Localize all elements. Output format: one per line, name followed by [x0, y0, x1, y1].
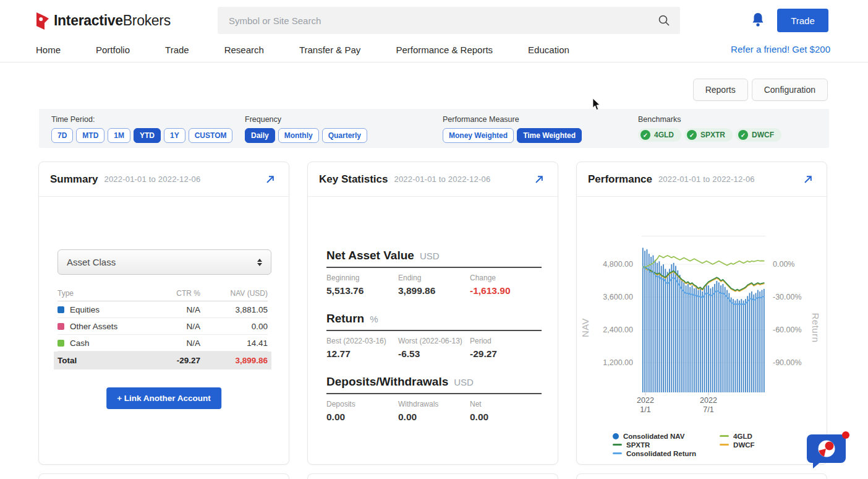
row-ctr: N/A: [142, 305, 200, 314]
expand-icon[interactable]: [534, 175, 544, 184]
reports-button[interactable]: Reports: [693, 79, 748, 101]
expand-icon[interactable]: [803, 175, 813, 184]
stat-section-return: Return%Best (2022-03-16)12.77Worst (2022…: [326, 312, 542, 360]
stat-beginning: Beginning5,513.76: [326, 274, 398, 296]
benchmarks-label: Benchmarks: [638, 115, 781, 124]
legend-label: DWCF: [733, 441, 755, 449]
performance-dashboard-page: InteractiveBrokers Trade HomePortfolioTr…: [0, 0, 868, 479]
filter-button-ytd[interactable]: YTD: [134, 128, 161, 143]
nav-item-transfer-pay[interactable]: Transfer & Pay: [299, 45, 360, 55]
x-tick-day: 1/1: [627, 405, 664, 415]
next-card-stub: [307, 473, 558, 479]
row-nav: 3,881.05: [200, 305, 268, 314]
filter-button-7d[interactable]: 7D: [51, 128, 73, 143]
summary-card: Summary 2022-01-01 to 2022-12-06 Asset C…: [38, 162, 289, 465]
stat-heading-text: Deposits/Withdrawals: [326, 375, 448, 389]
frequency-group: Frequency DailyMonthlyQuarterly: [245, 115, 367, 143]
trade-button[interactable]: Trade: [777, 9, 828, 32]
asset-color-swatch: [57, 323, 64, 330]
chart-legend: Consolidated NAVSPXTRConsolidated Return…: [613, 432, 755, 457]
refer-friend-link[interactable]: Refer a friend! Get $200: [731, 44, 830, 54]
stat-unit: USD: [454, 377, 474, 387]
check-icon: ✓: [687, 130, 697, 140]
configuration-button[interactable]: Configuration: [752, 79, 828, 101]
key-statistics-card: Key Statistics 2022-01-01 to 2022-12-06 …: [307, 162, 558, 465]
nav-item-trade[interactable]: Trade: [165, 45, 189, 55]
heading-rule: [326, 330, 542, 331]
legend-marker-line: [613, 452, 622, 454]
performance-title: Performance: [588, 173, 652, 186]
nav-item-education[interactable]: Education: [528, 45, 569, 55]
stat-values-row: Beginning5,513.76Ending3,899.86Change-1,…: [326, 274, 542, 296]
stat-period: Period-29.27: [470, 337, 542, 360]
asset-class-select[interactable]: Asset Class: [57, 249, 271, 275]
x-axis-tick: 20227/1: [690, 396, 727, 415]
performance-chart: 4,800.003,600.002,400.001,200.000.00%-30…: [577, 197, 827, 464]
check-icon: ✓: [640, 130, 650, 140]
stat-value: 3,899.86: [398, 285, 470, 296]
filter-button-1m[interactable]: 1M: [108, 128, 130, 143]
asset-type-label: Other Assets: [70, 322, 117, 331]
stat-value: 12.77: [326, 348, 398, 360]
nav-item-research[interactable]: Research: [224, 45, 264, 55]
performance-measure-label: Performance Measure: [443, 115, 582, 124]
benchmark-pill-spxtr[interactable]: ✓SPXTR: [684, 128, 733, 142]
time-period-group: Time Period: 7DMTD1MYTD1YCUSTOM: [51, 115, 232, 143]
stat-label: Ending: [398, 274, 470, 282]
expand-icon[interactable]: [265, 175, 275, 184]
nav-item-home[interactable]: Home: [36, 45, 61, 55]
filter-button-time-weighted[interactable]: Time Weighted: [517, 128, 582, 143]
legend-item-dwcf: DWCF: [720, 441, 755, 449]
asset-type-label: Equities: [70, 305, 100, 314]
stat-section-heading: Deposits/WithdrawalsUSD: [326, 375, 542, 389]
search-icon[interactable]: [658, 14, 670, 27]
benchmark-label: SPXTR: [700, 131, 725, 139]
filter-button-quarterly[interactable]: Quarterly: [322, 128, 367, 143]
stat-section-heading: Return%: [326, 312, 542, 326]
legend-marker-line: [720, 444, 729, 446]
filter-button-monthly[interactable]: Monthly: [278, 128, 319, 143]
chat-widget-button[interactable]: [806, 429, 850, 469]
nav-item-performance-reports[interactable]: Performance & Reports: [396, 45, 493, 55]
filter-button-custom[interactable]: CUSTOM: [189, 128, 233, 143]
stat-label: Change: [470, 274, 542, 282]
filter-button-1y[interactable]: 1Y: [164, 128, 185, 143]
filter-button-mtd[interactable]: MTD: [76, 128, 104, 143]
search-input[interactable]: [218, 7, 680, 34]
filter-button-daily[interactable]: Daily: [245, 128, 275, 143]
table-header-row: Type CTR % NAV (USD): [57, 286, 268, 301]
benchmark-pill-4gld[interactable]: ✓4GLD: [638, 128, 681, 142]
link-another-account-button[interactable]: + Link Another Account: [106, 387, 221, 409]
performance-measure-options: Money WeightedTime Weighted: [443, 128, 582, 143]
row-type: Cash: [57, 339, 142, 348]
table-row-cash: CashN/A14.41: [57, 335, 268, 352]
legend-label: Consolidated NAV: [623, 433, 684, 440]
stat-section-heading: Net Asset ValueUSD: [326, 249, 542, 262]
stat-label: Deposits: [326, 400, 398, 408]
total-ctr: -29.27: [142, 356, 200, 365]
nav-item-portfolio[interactable]: Portfolio: [96, 45, 130, 55]
benchmarks-options: ✓4GLD✓SPXTR✓DWCF: [638, 128, 781, 142]
stat-heading-text: Return: [326, 312, 364, 326]
stat-unit: %: [370, 314, 378, 324]
legend-item-consolidated-nav: Consolidated NAV: [613, 432, 696, 440]
x-tick-year: 2022: [690, 396, 727, 405]
time-period-options: 7DMTD1MYTD1YCUSTOM: [51, 128, 232, 143]
performance-measure-group: Performance Measure Money WeightedTime W…: [443, 115, 582, 143]
legend-marker-line: [613, 444, 622, 446]
notifications-bell-icon[interactable]: [751, 12, 765, 27]
page-toolbar: Reports Configuration: [693, 79, 828, 101]
legend-label: 4GLD: [733, 433, 752, 440]
row-type: Equities: [57, 305, 142, 314]
filter-button-money-weighted[interactable]: Money Weighted: [443, 128, 514, 143]
return-axis-tick: -60.00%: [773, 326, 802, 334]
col-ctr: CTR %: [142, 289, 200, 298]
stat-worst-2022-06-13: Worst (2022-06-13)-6.53: [398, 337, 470, 360]
row-nav: 0.00: [200, 322, 268, 331]
benchmark-pill-dwcf[interactable]: ✓DWCF: [736, 128, 781, 142]
stat-label: Withdrawals: [398, 400, 470, 408]
asset-type-label: Cash: [70, 339, 90, 348]
interactive-brokers-logo[interactable]: InteractiveBrokers: [36, 11, 171, 30]
table-row-equities: EquitiesN/A3,881.05: [57, 301, 268, 318]
top-header: InteractiveBrokers Trade: [0, 0, 868, 38]
